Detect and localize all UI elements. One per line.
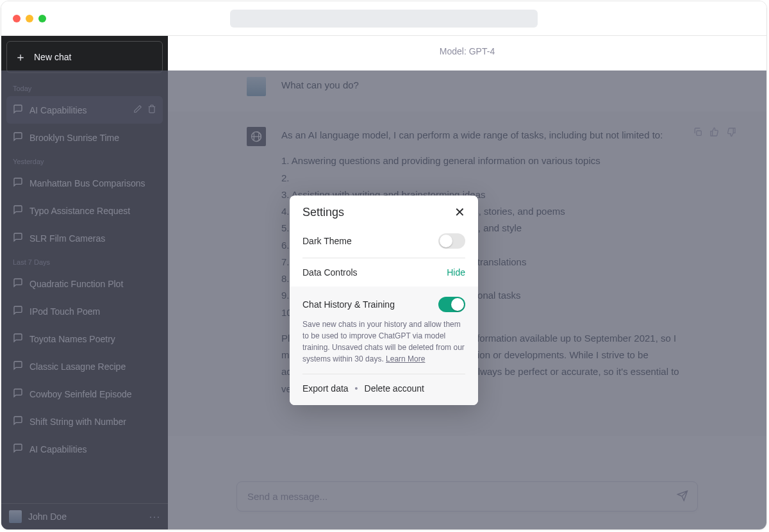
sidebar-item[interactable]: Manhattan Bus Comparisons: [6, 169, 163, 197]
sidebar-item[interactable]: Toyota Names Poetry: [6, 325, 163, 353]
list-item: 5. Helping with grammar, spelling, punct…: [281, 220, 688, 237]
sidebar-item-label: Cowboy Seinfeld Episode: [29, 389, 156, 399]
sidebar-footer[interactable]: John Doe ⋯: [1, 503, 168, 529]
user-message: What can you do?: [168, 62, 766, 112]
window-controls: [13, 15, 46, 22]
chat-icon: [13, 204, 23, 217]
message-actions: [693, 127, 736, 140]
assistant-message: As an AI language model, I can perform a…: [168, 112, 766, 436]
message-placeholder: Send a message...: [247, 491, 327, 502]
sidebar-item-label: Classic Lasagne Recipe: [29, 362, 156, 372]
more-icon[interactable]: ⋯: [149, 511, 160, 522]
address-bar[interactable]: [230, 10, 538, 28]
copy-icon[interactable]: [693, 127, 703, 140]
list-item: 6.: [281, 237, 688, 254]
sidebar-item[interactable]: Cowboy Seinfeld Episode: [6, 380, 163, 408]
new-chat-button[interactable]: ＋ New chat: [6, 41, 163, 73]
send-icon[interactable]: [677, 490, 688, 503]
app-window: ＋ New chat TodayAI CapabilitiesBrooklyn …: [1, 1, 767, 530]
sidebar-item-label: Manhattan Bus Comparisons: [29, 178, 156, 188]
thumbs-down-icon[interactable]: [726, 127, 736, 140]
list-item: 2.: [281, 170, 688, 187]
assistant-outro: Please note that my knowledge is based o…: [281, 330, 688, 397]
section-label: Last 7 Days: [6, 252, 163, 270]
model-label: Model: GPT-4: [168, 36, 766, 62]
section-label: Today: [6, 78, 163, 96]
chat-icon: [13, 415, 23, 428]
minimize-window-icon[interactable]: [26, 15, 33, 22]
list-item: 8.: [281, 270, 688, 287]
section-label: Yesterday: [6, 151, 163, 169]
user-avatar: [247, 77, 266, 96]
sidebar-item[interactable]: AI Capabilities: [6, 96, 163, 124]
user-name: John Doe: [28, 511, 142, 522]
assistant-avatar: [247, 127, 266, 146]
sidebar-item-label: AI Capabilities: [29, 444, 156, 454]
sidebar-item[interactable]: Shift String with Number: [6, 408, 163, 435]
chat-icon: [13, 177, 23, 189]
thumbs-up-icon[interactable]: [709, 127, 720, 140]
message-input[interactable]: Send a message...: [236, 481, 698, 511]
chat-icon: [13, 360, 23, 372]
sidebar-item-label: IPod Touch Poem: [29, 306, 156, 317]
chat-icon: [13, 443, 23, 455]
edit-icon[interactable]: [133, 104, 142, 115]
maximize-window-icon[interactable]: [38, 15, 46, 22]
sidebar-item-label: Quadratic Function Plot: [29, 279, 156, 289]
delete-icon[interactable]: [147, 104, 156, 115]
list-item: 9. Helping with planning, scheduling, an…: [281, 287, 688, 304]
new-chat-label: New chat: [34, 52, 71, 62]
content-area: Model: GPT-4 What can you do? As an AI: [168, 36, 766, 529]
chat-icon: [13, 104, 23, 116]
sidebar-item-label: Brooklyn Sunrise Time: [29, 133, 156, 143]
chat-icon: [13, 388, 23, 400]
avatar: [9, 510, 22, 523]
close-window-icon[interactable]: [13, 15, 21, 22]
sidebar-item[interactable]: Classic Lasagne Recipe: [6, 353, 163, 380]
titlebar: [1, 1, 766, 36]
svg-rect-1: [697, 131, 701, 135]
plus-icon: ＋: [15, 49, 26, 65]
sidebar-item-label: SLR Film Cameras: [29, 233, 156, 244]
sidebar-item-label: Toyota Names Poetry: [29, 334, 156, 344]
list-item: 3. Assisting with writing and brainstorm…: [281, 187, 688, 203]
chat-icon: [13, 333, 23, 345]
chat-icon: [13, 232, 23, 244]
sidebar-item-label: AI Capabilities: [29, 105, 127, 115]
sidebar: ＋ New chat TodayAI CapabilitiesBrooklyn …: [1, 36, 168, 529]
user-message-text: What can you do?: [281, 77, 688, 96]
sidebar-item[interactable]: Typo Assistance Request: [6, 197, 163, 224]
chat-icon: [13, 131, 23, 144]
sidebar-item-label: Shift String with Number: [29, 417, 156, 427]
chat-icon: [13, 278, 23, 290]
sidebar-item[interactable]: Quadratic Function Plot: [6, 270, 163, 297]
chat-icon: [13, 305, 23, 317]
list-item: 7. Assisting with language learning or o…: [281, 254, 688, 270]
sidebar-item[interactable]: Brooklyn Sunrise Time: [6, 124, 163, 151]
assistant-intro: As an AI language model, I can perform a…: [281, 127, 688, 144]
list-item: 4. Generating creative content such as e…: [281, 203, 688, 220]
sidebar-item[interactable]: AI Capabilities: [6, 435, 163, 463]
list-item: 10.: [281, 304, 688, 321]
sidebar-item[interactable]: IPod Touch Poem: [6, 297, 163, 325]
sidebar-item-label: Typo Assistance Request: [29, 206, 156, 216]
sidebar-item[interactable]: SLR Film Cameras: [6, 224, 163, 252]
list-item: 1. Answering questions and providing gen…: [281, 153, 688, 169]
